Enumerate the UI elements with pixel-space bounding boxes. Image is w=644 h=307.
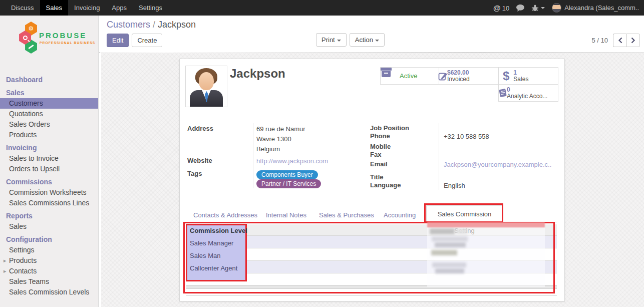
pager: 5 / 10 (591, 34, 640, 47)
logo-title: PROBUSE (39, 31, 87, 40)
menu-apps[interactable]: Apps (106, 0, 133, 16)
breadcrumb-current: Jackpson (158, 20, 196, 30)
breadcrumb: Customers / Jackpson (107, 20, 196, 30)
address-line1: 69 rue de Namur (256, 125, 305, 133)
sidebar-heading-sales[interactable]: Sales (0, 88, 98, 98)
phone-label: Phone (370, 132, 390, 140)
mention-count: 10 (502, 5, 509, 12)
sidebar-item-config-products[interactable]: ▸Products (0, 255, 98, 266)
commission-level-header: Commission Level (190, 227, 247, 234)
expand-arrow-icon: ▸ (4, 266, 7, 276)
commission-level-column-highlight: Commission Level Sales Manager Sales Man… (186, 224, 247, 281)
breadcrumb-separator: / (153, 20, 155, 30)
sidebar-item-products[interactable]: Products (0, 130, 98, 140)
language-value: English (444, 182, 465, 189)
menu-invoicing[interactable]: Invoicing (68, 0, 106, 16)
menu-discuss[interactable]: Discuss (5, 0, 40, 16)
tab-accounting[interactable]: Accounting (384, 211, 416, 219)
tags-label: Tags (187, 170, 202, 177)
email-label: Email (370, 160, 388, 168)
field-separator (253, 123, 253, 188)
commission-level-cell[interactable]: Sales Man (190, 252, 220, 259)
sidebar-item-sales-orders[interactable]: Sales Orders (0, 119, 98, 130)
menu-sales[interactable]: Sales (40, 0, 69, 16)
caret-down-icon (375, 40, 379, 42)
debug-bug-icon[interactable] (531, 4, 545, 12)
sales-stat-button[interactable]: $ 1Sales (498, 67, 558, 85)
sidebar-item-config-contacts[interactable]: ▸Contacts (0, 266, 98, 276)
website-label: Website (187, 157, 212, 164)
email-link[interactable]: Jackpson@yourcompany.example.c.. (444, 161, 551, 168)
customer-photo (185, 66, 227, 107)
pager-previous-button[interactable] (613, 34, 626, 47)
control-panel: Customers / Jackpson Edit Create Print A… (99, 16, 644, 53)
user-menu[interactable]: Alexandra (Sales_comm.. (552, 3, 639, 13)
form-view-background: Jackpson Active $620.00Invoiced $ 1Sales (99, 53, 644, 307)
customer-form-card: Jackpson Active $620.00Invoiced $ 1Sales (179, 59, 565, 301)
breadcrumb-customers-link[interactable]: Customers (107, 20, 150, 30)
title-label: Title (370, 173, 384, 181)
edit-button[interactable]: Edit (107, 34, 129, 47)
website-link[interactable]: http://www.jackpson.com (256, 157, 328, 165)
commission-level-cell[interactable]: Sales Manager (190, 239, 233, 247)
pager-next-button[interactable] (626, 34, 640, 47)
mobile-label: Mobile (370, 143, 391, 150)
invoiced-stat-button[interactable]: $620.00Invoiced (439, 67, 499, 85)
sidebar-item-reports-sales[interactable]: Sales (0, 221, 98, 232)
sidebar-heading-invoicing[interactable]: Invoicing (0, 143, 98, 153)
tab-internal-notes[interactable]: Internal Notes (266, 211, 306, 219)
user-name: Alexandra (Sales_comm.. (564, 4, 639, 12)
tab-contacts-addresses[interactable]: Contacts & Addresses (193, 211, 257, 219)
sidebar-heading-reports[interactable]: Reports (0, 211, 98, 221)
systray: @ 10 Alexandra (Sales_comm.. (493, 0, 644, 16)
sidebar-heading-commissions[interactable]: Commissions (0, 177, 98, 187)
sidebar-item-sales-commissions-lines[interactable]: Sales Commissions Lines (0, 198, 98, 208)
chat-bubble-icon[interactable] (516, 5, 524, 12)
sidebar-item-settings[interactable]: Settings (0, 245, 98, 255)
action-dropdown-button[interactable]: Action (350, 33, 385, 47)
redacted-pink-band (427, 222, 545, 227)
address-line3: Belgium (256, 145, 280, 153)
sidebar-item-sales-commission-levels[interactable]: Sales Commission Levels (0, 287, 98, 297)
tab-sales-purchases[interactable]: Sales & Purchases (319, 211, 374, 219)
caret-down-icon (337, 40, 341, 42)
tag-partner-it-services: Partner / IT Services (256, 179, 321, 188)
redacted-value-column (427, 227, 545, 287)
bottom-separator (186, 295, 557, 296)
top-navbar: Discuss Sales Invoicing Apps Settings @ … (0, 0, 644, 16)
caret-down-icon (541, 7, 545, 9)
sidebar-nav: Dashboard Sales Customers Quotations Sal… (0, 75, 98, 297)
logo-subtitle: PROFESSIONAL BUSINESS (40, 41, 95, 45)
analytic-accounts-stat-button[interactable]: 0Analytic Acco... (498, 84, 558, 102)
expand-arrow-icon: ▸ (4, 255, 7, 266)
menu-settings[interactable]: Settings (133, 0, 168, 16)
field-separator (439, 123, 439, 190)
archive-box-icon (385, 71, 396, 81)
pager-count: 5 / 10 (591, 37, 608, 44)
sidebar-item-commission-worksheets[interactable]: Commission Worksheets (0, 187, 98, 198)
address-line2: Wavre 1300 (256, 135, 291, 143)
sidebar-item-sales-teams[interactable]: Sales Teams (0, 276, 98, 287)
job-position-label: Job Position (370, 124, 409, 132)
sidebar-heading-configuration[interactable]: Configuration (0, 234, 98, 245)
mentions-counter[interactable]: @ 10 (493, 4, 509, 12)
dollar-icon: $ (503, 70, 509, 82)
print-dropdown-button[interactable]: Print (316, 33, 347, 47)
user-avatar (552, 3, 561, 13)
create-button[interactable]: Create (132, 34, 162, 47)
active-stat-button[interactable]: Active (380, 67, 439, 85)
main-area: Customers / Jackpson Edit Create Print A… (99, 16, 644, 307)
customer-name-title: Jackpson (230, 67, 285, 81)
tab-sales-commission-setting[interactable]: Sales Commission Setting (426, 205, 503, 223)
sidebar-item-customers[interactable]: Customers (0, 98, 98, 109)
sidebar-item-sales-to-invoice[interactable]: Sales to Invoice (0, 153, 98, 164)
phone-value: +32 10 588 558 (444, 133, 489, 140)
at-icon: @ (493, 4, 501, 12)
sidebar-item-quotations[interactable]: Quotations (0, 109, 98, 119)
fax-label: Fax (370, 151, 381, 158)
commission-level-cell[interactable]: Callcenter Agent (190, 264, 237, 272)
probuse-logo: ⚙ PROBUSE PROFESSIONAL BUSINESS (0, 21, 98, 64)
address-label: Address (187, 125, 213, 132)
sidebar-heading-dashboard[interactable]: Dashboard (0, 75, 98, 85)
sidebar-item-orders-to-upsell[interactable]: Orders to Upsell (0, 164, 98, 174)
